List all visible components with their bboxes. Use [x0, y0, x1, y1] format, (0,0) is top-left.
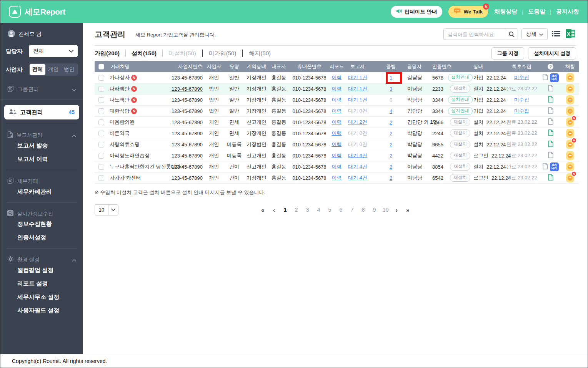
report-history-link[interactable]: 이력: [332, 119, 342, 126]
report-queue-link[interactable]: 대기 1건: [348, 74, 367, 81]
sidebar-item-customer-management[interactable]: 고객관리 45: [4, 105, 79, 119]
row-checkbox[interactable]: [98, 108, 104, 114]
manager-select[interactable]: 전체: [29, 45, 78, 57]
first-collect-link[interactable]: 미수집: [514, 74, 529, 81]
document-icon[interactable]: [548, 129, 553, 137]
document-icon[interactable]: [548, 152, 553, 159]
tab-3[interactable]: 미설치(50): [168, 50, 196, 57]
tab-4[interactable]: 미가입(50): [209, 50, 237, 57]
search-button[interactable]: [505, 29, 518, 40]
install-guide-button[interactable]: 설치안내: [448, 96, 473, 104]
sidebar-item-인증서설정[interactable]: 인증서설정: [7, 231, 76, 244]
report-history-link[interactable]: 이력: [332, 174, 342, 181]
wetalk-button[interactable]: We Talk N: [448, 6, 488, 18]
tab-2[interactable]: 설치(150): [132, 50, 157, 57]
evidence-count-link[interactable]: 3: [390, 86, 392, 92]
sidebar-item-세무카페관리[interactable]: 세무카페관리: [7, 185, 76, 199]
evidence-count-link[interactable]: 2: [390, 164, 392, 170]
evidence-count-link[interactable]: 2: [390, 142, 392, 148]
reinstall-button[interactable]: 재설치: [450, 152, 470, 160]
customer-name[interactable]: 나노백반: [110, 96, 130, 103]
report-history-link[interactable]: 이력: [332, 74, 342, 81]
row-checkbox[interactable]: [98, 164, 104, 170]
group-assign-button[interactable]: 그룹 지정: [491, 47, 525, 60]
chat-icon[interactable]: [566, 106, 574, 116]
pagination-last[interactable]: »: [403, 205, 413, 215]
chat-icon[interactable]: N: [566, 173, 574, 182]
pagination-page-7[interactable]: 7: [347, 205, 357, 215]
document-icon[interactable]: [548, 107, 553, 115]
sidebar-item-세무사무소-설정[interactable]: 세무사무소 설정: [7, 290, 76, 304]
row-checkbox[interactable]: [98, 97, 104, 103]
reinstall-button[interactable]: 재설치: [450, 118, 470, 126]
tab-5[interactable]: 해지(50): [249, 50, 271, 57]
update-notice-button[interactable]: 업데이트 안내: [391, 6, 443, 18]
help-icon[interactable]: ?: [548, 64, 553, 70]
pagination-page-3[interactable]: 3: [303, 205, 312, 215]
install-message-settings-button[interactable]: 설치메시지 설정: [528, 47, 576, 60]
report-history-link[interactable]: 이력: [332, 130, 342, 137]
sidebar-item-보고서-이력[interactable]: 보고서 이력: [7, 153, 76, 166]
excel-export-button[interactable]: X: [565, 28, 576, 40]
sidebar-section-header[interactable]: 보고서관리: [7, 131, 76, 139]
pagination-page-9[interactable]: 9: [370, 205, 379, 215]
report-history-link[interactable]: 이력: [332, 85, 342, 92]
pagination-page-8[interactable]: 8: [358, 205, 368, 215]
document-icon[interactable]: [548, 174, 553, 182]
report-history-link[interactable]: 이력: [332, 163, 342, 170]
row-checkbox[interactable]: [98, 175, 104, 181]
sidebar-section-header[interactable]: 환경 설정: [7, 256, 76, 264]
customer-name[interactable]: 가나상사: [110, 74, 130, 81]
report-history-link[interactable]: 이력: [332, 152, 342, 159]
top-link-1[interactable]: 채팅상담: [494, 8, 517, 15]
row-checkbox[interactable]: [98, 142, 104, 148]
report-queue-link[interactable]: 대기 4건: [348, 152, 367, 159]
reinstall-button[interactable]: 재설치: [450, 141, 470, 149]
report-queue-link[interactable]: 대기 2건: [348, 119, 367, 126]
chat-icon[interactable]: [566, 95, 574, 104]
business-option-개인[interactable]: 개인: [45, 64, 61, 75]
sidebar-section-header[interactable]: 세무카페: [7, 177, 76, 185]
first-collect-link[interactable]: 미수집: [514, 108, 529, 114]
business-option-전체[interactable]: 전체: [30, 64, 45, 75]
customer-name[interactable]: 차차차 카센터: [110, 174, 141, 181]
evidence-count-link[interactable]: 2: [390, 153, 392, 159]
install-guide-button[interactable]: 설치안내: [448, 107, 473, 115]
business-option-법인[interactable]: 법인: [61, 64, 77, 75]
page-size-select[interactable]: 10: [95, 204, 118, 215]
customer-name[interactable]: 바른약국: [110, 130, 130, 137]
report-queue-link[interactable]: 대기 1건: [348, 96, 367, 103]
pagination-next[interactable]: ›: [392, 205, 401, 215]
evidence-count-link[interactable]: 2: [390, 131, 392, 136]
document-icon[interactable]: [543, 74, 548, 81]
reinstall-button[interactable]: 재설치: [450, 174, 470, 182]
sidebar-item-보고서-발송[interactable]: 보고서 발송: [7, 139, 76, 153]
report-history-link[interactable]: 이력: [332, 108, 342, 114]
evidence-count-link[interactable]: 2: [390, 175, 392, 181]
pagination-page-5[interactable]: 5: [325, 205, 335, 215]
chat-icon[interactable]: [566, 84, 574, 93]
document-icon[interactable]: [543, 163, 548, 171]
chat-icon[interactable]: N: [566, 140, 574, 149]
reinstall-button[interactable]: 재설치: [450, 129, 470, 138]
sidebar-item-리포트-설정[interactable]: 리포트 설정: [7, 277, 76, 290]
sidebar-item-정보수집현황[interactable]: 정보수집현황: [7, 217, 76, 231]
select-all-checkbox[interactable]: [98, 64, 104, 70]
row-checkbox[interactable]: [98, 86, 104, 92]
row-checkbox[interactable]: [98, 119, 104, 125]
detail-search-button[interactable]: 상세: [521, 28, 548, 40]
row-checkbox[interactable]: [98, 75, 104, 81]
pagination-page-4[interactable]: 4: [314, 205, 323, 215]
document-icon[interactable]: [548, 96, 553, 104]
document-icon[interactable]: [548, 118, 553, 126]
report-history-link[interactable]: 이력: [332, 96, 342, 103]
pagination-first[interactable]: «: [258, 205, 268, 215]
partner-badge[interactable]: 경리나라: [550, 162, 559, 171]
row-checkbox[interactable]: [98, 153, 104, 159]
pagination-page-6[interactable]: 6: [336, 205, 346, 215]
sidebar-item-웰컴팝업-설정[interactable]: 웰컴팝업 설정: [7, 264, 76, 277]
sidebar-item-사용자필드-설정[interactable]: 사용자필드 설정: [7, 304, 76, 317]
partner-badge[interactable]: 경리나라: [550, 73, 559, 82]
report-queue-link[interactable]: 대기 4건: [348, 174, 367, 181]
report-history-link[interactable]: 이력: [332, 141, 342, 148]
